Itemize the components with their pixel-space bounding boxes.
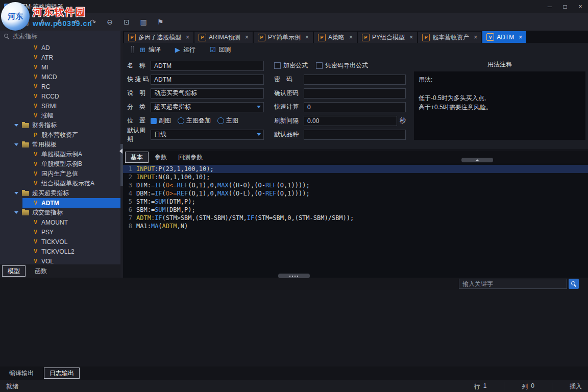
report-icon[interactable]: ▥	[138, 17, 149, 27]
sidebar-collapse-icon[interactable]	[119, 149, 122, 154]
tree-item[interactable]: V国内生产总值	[0, 169, 120, 179]
chevron-down-icon[interactable]	[14, 124, 18, 127]
close-icon[interactable]: ×	[474, 34, 477, 41]
splitter-collapse-handle[interactable]	[461, 158, 493, 162]
watermark-site-url: www.pc0359.cn	[33, 19, 92, 28]
confirm-password-field[interactable]	[304, 88, 406, 99]
tree-item[interactable]: VPSY	[0, 227, 120, 237]
maximize-button[interactable]: □	[557, 0, 573, 13]
close-icon[interactable]: ×	[305, 34, 309, 41]
document-tab[interactable]: PA策略×	[314, 32, 357, 43]
tree-item[interactable]: VVOL	[0, 256, 120, 264]
code-line[interactable]: 1INPUT:P(23,1,100,10);	[123, 165, 588, 173]
encrypt-checkbox[interactable]: 加密公式	[274, 61, 308, 70]
position-radio[interactable]: 主图叠加	[178, 116, 211, 125]
tree-folder[interactable]: 常用模板	[0, 140, 120, 150]
editor-tab-参数[interactable]: 参数	[150, 152, 172, 162]
tree-item[interactable]: VAD	[0, 43, 120, 53]
tree-item[interactable]: VRC	[0, 82, 120, 91]
quick-calc-field[interactable]: 0	[304, 102, 406, 112]
refresh-interval-field[interactable]: 0.00	[304, 116, 397, 126]
usage-panel: 用法注释 用法: 低于-0.5时为多头买入点, 高于+0.5时需要注意风险。	[414, 59, 585, 140]
close-icon[interactable]: ×	[186, 34, 189, 41]
document-tab[interactable]: PARIMA预测×	[194, 32, 253, 43]
close-button[interactable]: ×	[573, 0, 588, 13]
export-icon[interactable]: ⊡	[121, 17, 132, 27]
code-line[interactable]: 5STM:=SUM(DTM,P);	[123, 198, 588, 206]
tree-folder[interactable]: 超买超卖指标	[0, 188, 120, 198]
code-line[interactable]: 6SBM:=SUM(DBM,P);	[123, 206, 588, 214]
tree-item[interactable]: V单股模型示例B	[0, 159, 120, 169]
close-icon[interactable]: ×	[349, 34, 353, 41]
category-dropdown[interactable]: 超买超卖指标	[151, 102, 264, 112]
sidebar-tab-模型[interactable]: 模型	[2, 265, 26, 277]
tree-item[interactable]: VATR	[0, 53, 120, 62]
tree-item[interactable]: VTICKVOL	[0, 237, 120, 247]
output-tab-日志输出[interactable]: 日志输出	[44, 368, 80, 379]
shortcut-field[interactable]: ADTM	[151, 75, 264, 85]
chevron-down-icon[interactable]	[14, 143, 18, 146]
code-line[interactable]: 7ADTM:IF(STM>SBM,(STM-SBM)/STM,IF(STM=SB…	[123, 214, 588, 222]
document-tab[interactable]: P股本营收资产×	[418, 32, 481, 43]
line-number: 2	[123, 173, 132, 181]
description-field[interactable]: 动态买卖气指标	[151, 88, 264, 99]
code-line[interactable]: 2INPUT:N(8,1,100,10);	[123, 173, 588, 181]
chevron-down-icon[interactable]	[14, 192, 18, 194]
line-number: 6	[123, 206, 132, 214]
code-line[interactable]: 8MA1:MA(ADTM,N)	[123, 222, 588, 230]
tree-folder[interactable]: 成交量指标	[0, 208, 120, 217]
folder-icon	[22, 210, 29, 215]
tree-item[interactable]: VADTM	[22, 198, 120, 208]
editor-tab-基本[interactable]: 基本	[125, 152, 149, 163]
keyword-search-button[interactable]	[569, 279, 579, 289]
period-label: 默认周期	[127, 126, 151, 143]
minimize-button[interactable]: ─	[542, 0, 557, 13]
tree-item[interactable]: VTICKVOLL2	[0, 247, 120, 256]
password-field[interactable]	[304, 75, 406, 85]
run-button[interactable]: ▶ 运行	[175, 45, 195, 54]
code-editor[interactable]: 1INPUT:P(23,1,100,10);2INPUT:N(8,1,100,1…	[123, 163, 588, 278]
editor-tab-回测参数[interactable]: 回测参数	[173, 152, 208, 162]
tree-item[interactable]: VMI	[0, 62, 120, 72]
close-icon[interactable]: ×	[409, 34, 413, 41]
document-tab[interactable]: PPY组合模型×	[358, 32, 417, 43]
code-text: INPUT:N(8,1,100,10);	[136, 173, 210, 181]
code-line[interactable]: 4DBM:=IF(O>=REF(O,1),0,MAX((O-L),(O-REF(…	[123, 189, 588, 198]
tree-item[interactable]: V涨幅	[0, 111, 120, 120]
sidebar-search[interactable]: 搜索指标	[0, 31, 120, 42]
document-tab[interactable]: P多因子选股模型×	[124, 32, 193, 43]
backtest-button[interactable]: ☑ 回测	[210, 45, 231, 54]
position-radio[interactable]: 主图	[217, 116, 238, 125]
compile-button[interactable]: ⊞ 编译	[140, 45, 161, 54]
tree-item[interactable]: VRCCD	[0, 91, 120, 101]
tree-item[interactable]: V单股模型示例A	[0, 150, 120, 159]
export-with-password-checkbox[interactable]: 凭密码导出公式	[316, 61, 368, 70]
document-tab[interactable]: PPY简单示例×	[254, 32, 313, 43]
tree-item[interactable]: VMICD	[0, 72, 120, 82]
window-controls: ─□×	[542, 0, 588, 13]
close-icon[interactable]: ×	[519, 34, 522, 41]
keyword-search-input[interactable]	[459, 279, 567, 289]
tree-item[interactable]: P股本营收资产	[0, 130, 120, 140]
document-tab[interactable]: VADTM×	[482, 31, 526, 43]
sidebar-tab-函数[interactable]: 函数	[30, 266, 52, 276]
output-splitter-handle[interactable]	[278, 274, 310, 278]
usage-notes[interactable]: 用法: 低于-0.5时为多头买入点, 高于+0.5时需要注意风险。	[414, 71, 585, 140]
tree-item[interactable]: V组合模型单股示范A	[0, 179, 120, 188]
edit-flag-icon[interactable]: ⚑	[155, 17, 165, 27]
default-symbol-field[interactable]	[304, 130, 406, 140]
output-tab-编译输出[interactable]: 编译输出	[4, 368, 39, 378]
formula-icon: V	[32, 239, 39, 244]
line-number: 4	[123, 189, 132, 198]
tree-item[interactable]: VSRMI	[0, 101, 120, 111]
tree-folder[interactable]: 财务指标	[0, 120, 120, 130]
name-field[interactable]: ADTM	[151, 61, 264, 71]
period-dropdown[interactable]: 日线	[151, 130, 264, 140]
code-line[interactable]: 3DTM:=IF(O<=REF(O,1),0,MAX((H-O),(O-REF(…	[123, 181, 588, 189]
close-icon[interactable]: ×	[245, 34, 249, 41]
tree-item-label: 成交量指标	[32, 208, 63, 217]
chevron-down-icon[interactable]	[14, 211, 18, 214]
position-radio[interactable]: 副图	[151, 116, 171, 125]
code-text: SBM:=SUM(DBM,P);	[136, 206, 195, 214]
tree-item[interactable]: VAMOUNT	[0, 217, 120, 227]
